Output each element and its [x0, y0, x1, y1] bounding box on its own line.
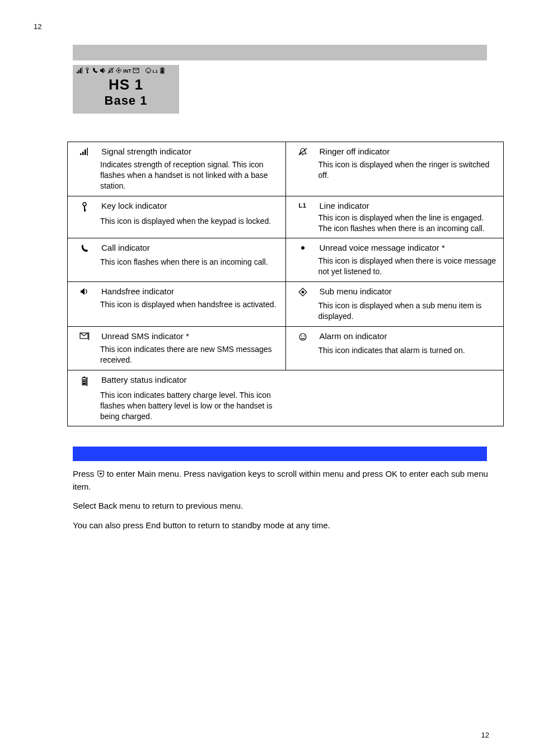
handsfree-icon — [100, 67, 106, 75]
svg-rect-1 — [78, 70, 79, 73]
svg-point-40 — [303, 336, 305, 337]
svg-point-38 — [299, 334, 306, 340]
section-bar-menu — [73, 447, 487, 461]
svg-point-39 — [301, 336, 302, 337]
icon-title: Unread SMS indicator * — [101, 331, 189, 341]
menu-navigation-text: Press to enter Main menu. Press navigati… — [73, 468, 500, 532]
svg-rect-43 — [83, 383, 86, 384]
svg-marker-33 — [82, 288, 85, 295]
svg-point-14 — [147, 69, 147, 70]
icon-desc: This icon is displayed when there is voi… — [318, 256, 498, 277]
icon-title: Call indicator — [101, 243, 150, 252]
svg-point-15 — [149, 69, 149, 70]
page-number-top: 12 — [34, 22, 41, 31]
svg-rect-17 — [161, 68, 163, 69]
l1-label: L1 — [153, 69, 158, 74]
call-icon — [73, 243, 96, 255]
svg-rect-18 — [161, 71, 163, 73]
icon-desc: This icon is displayed when the line is … — [318, 213, 498, 234]
menu-paragraph-3: You can also press End button to return … — [73, 519, 500, 532]
submenu-icon — [292, 287, 314, 298]
handsfree-icon — [73, 287, 96, 297]
svg-rect-29 — [84, 209, 86, 210]
svg-rect-3 — [82, 67, 82, 74]
svg-rect-37 — [88, 332, 89, 340]
svg-rect-19 — [161, 70, 163, 71]
table-cell: Unread SMS indicator * This icon indicat… — [68, 327, 286, 370]
lcd-screenshot: INT L1 HS 1 Base 1 — [73, 65, 179, 114]
icon-desc: This icon is displayed when the ringer i… — [318, 159, 498, 181]
icon-desc: This icon indicates battery charge level… — [100, 390, 281, 422]
icon-desc: This icon is displayed when handsfree is… — [100, 299, 280, 310]
int-label: INT — [123, 68, 132, 74]
icon-desc: Indicates strength of reception signal. … — [100, 159, 280, 191]
table-cell: Unread voice message indicator * This ic… — [285, 238, 504, 282]
icon-desc: This icon is displayed when a sub menu i… — [318, 300, 498, 322]
icon-desc: This icon is displayed when the keypad i… — [100, 216, 280, 227]
table-cell: L1 Line indicator This icon is displayed… — [285, 196, 504, 238]
battery-icon — [159, 67, 166, 75]
svg-rect-21 — [80, 153, 82, 155]
svg-marker-35 — [301, 290, 305, 294]
lcd-status-icons-row: INT L1 — [76, 67, 176, 75]
lcd-handset-name: HS 1 — [76, 76, 176, 93]
svg-marker-8 — [101, 68, 104, 73]
svg-rect-44 — [83, 381, 86, 382]
menu-paragraph-2: Select Back menu to return to previous m… — [73, 500, 500, 513]
svg-rect-32 — [81, 290, 82, 293]
svg-rect-2 — [80, 68, 81, 73]
svg-rect-30 — [84, 210, 86, 212]
svg-rect-42 — [83, 377, 85, 378]
table-cell: Ringer off indicator This icon is displa… — [285, 142, 504, 196]
menu-paragraph-1: Press to enter Main menu. Press navigati… — [73, 468, 500, 493]
section-bar-lcd — [73, 45, 487, 60]
alarm-icon — [292, 331, 314, 343]
svg-rect-0 — [77, 72, 78, 73]
table-cell: Handsfree indicator This icon is display… — [68, 282, 286, 327]
table-cell: Key lock indicator This icon is displaye… — [68, 196, 286, 238]
icon-title: Key lock indicator — [101, 201, 167, 210]
icon-title: Ringer off indicator — [320, 147, 390, 156]
ringer-off-icon — [107, 67, 114, 75]
table-cell: Call indicator This icon flashes when th… — [68, 238, 286, 282]
icon-title: Signal strength indicator — [101, 147, 191, 156]
icon-desc: This icon indicates there are new SMS me… — [100, 344, 280, 365]
table-cell: Signal strength indicator Indicates stre… — [68, 142, 286, 196]
page-number-bottom: 12 — [481, 731, 489, 739]
svg-rect-46 — [87, 377, 87, 386]
svg-rect-7 — [100, 69, 101, 72]
battery-icon — [73, 375, 96, 388]
svg-rect-23 — [85, 149, 86, 155]
icon-desc: This icon flashes when there is an incom… — [100, 257, 280, 267]
lcd-icons-table: Signal strength indicator Indicates stre… — [67, 142, 504, 426]
svg-rect-20 — [161, 69, 163, 70]
signal-icon — [73, 147, 96, 157]
submenu-icon — [115, 67, 122, 75]
icon-title: Unread voice message indicator * — [320, 243, 445, 252]
svg-rect-45 — [83, 379, 86, 381]
svg-point-31 — [301, 246, 305, 250]
ringer-off-icon — [292, 147, 314, 157]
icon-title: Alarm on indicator — [320, 331, 387, 341]
svg-marker-47 — [99, 473, 102, 476]
table-cell: Battery status indicator This icon indic… — [68, 370, 504, 426]
icon-title: Battery status indicator — [101, 375, 187, 384]
keylock-icon — [73, 201, 96, 214]
voicemail-icon — [292, 243, 314, 253]
icon-desc: This icon indicates that alarm is turned… — [318, 345, 498, 356]
icon-title: Handsfree indicator — [101, 287, 174, 296]
svg-marker-11 — [118, 69, 120, 72]
icon-title: Line indicator — [320, 201, 369, 210]
alarm-icon — [145, 67, 152, 75]
svg-rect-22 — [82, 152, 84, 155]
signal-icon — [76, 67, 83, 75]
call-icon — [92, 67, 99, 75]
svg-rect-6 — [87, 72, 88, 73]
table-cell: Sub menu indicator This icon is displaye… — [285, 282, 504, 327]
lcd-base-name: Base 1 — [76, 93, 176, 108]
sms-icon — [73, 331, 96, 342]
sms-icon — [133, 67, 139, 75]
svg-point-25 — [302, 154, 303, 156]
down-nav-icon — [97, 469, 105, 478]
keylock-icon — [84, 67, 91, 75]
